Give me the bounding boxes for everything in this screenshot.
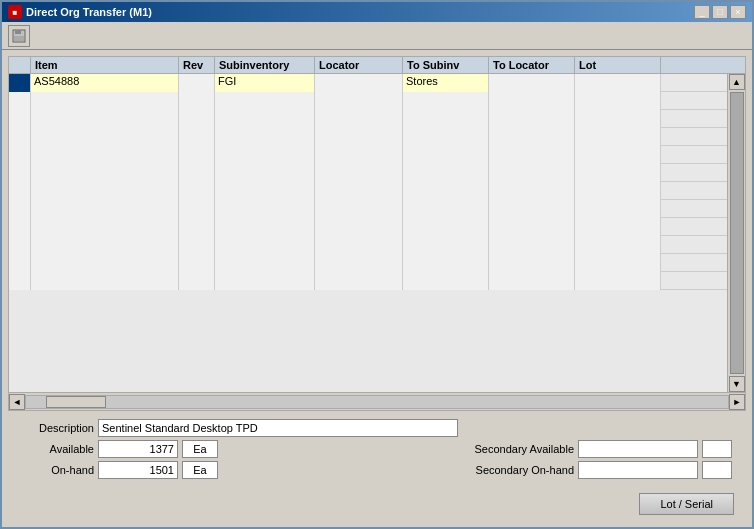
grid-cell-tosubinv[interactable] <box>403 254 489 272</box>
available-unit-input[interactable] <box>182 440 218 458</box>
grid-cell-locator[interactable] <box>315 218 403 236</box>
grid-cell-rev[interactable] <box>179 236 215 254</box>
row-check-cell[interactable] <box>9 110 31 128</box>
grid-cell-subinv[interactable] <box>215 200 315 218</box>
grid-cell-tolocator[interactable] <box>489 128 575 146</box>
grid-cell-subinv[interactable] <box>215 110 315 128</box>
grid-cell-item[interactable]: AS54888 <box>31 74 179 92</box>
table-row[interactable] <box>9 272 745 290</box>
grid-cell-subinv[interactable] <box>215 164 315 182</box>
grid-cell-tosubinv[interactable] <box>403 236 489 254</box>
grid-cell-locator[interactable] <box>315 254 403 272</box>
grid-cell-tosubinv[interactable] <box>403 272 489 290</box>
grid-cell-tosubinv[interactable] <box>403 92 489 110</box>
row-check-cell[interactable] <box>9 200 31 218</box>
grid-cell-lot[interactable] <box>575 236 661 254</box>
grid-cell-tosubinv[interactable] <box>403 146 489 164</box>
grid-cell-rev[interactable] <box>179 164 215 182</box>
maximize-button[interactable]: □ <box>712 5 728 19</box>
grid-cell-subinv[interactable]: FGI <box>215 74 315 92</box>
grid-cell-locator[interactable] <box>315 182 403 200</box>
table-row[interactable] <box>9 218 745 236</box>
scroll-down-button[interactable]: ▼ <box>729 376 745 392</box>
grid-cell-locator[interactable] <box>315 236 403 254</box>
grid-cell-lot[interactable] <box>575 164 661 182</box>
grid-cell-tolocator[interactable] <box>489 218 575 236</box>
grid-cell-lot[interactable] <box>575 254 661 272</box>
grid-cell-locator[interactable] <box>315 128 403 146</box>
sec-onhand-input[interactable] <box>578 461 698 479</box>
scroll-left-button[interactable]: ◄ <box>9 394 25 410</box>
grid-cell-tosubinv[interactable] <box>403 128 489 146</box>
sec-available-unit-input[interactable] <box>702 440 732 458</box>
grid-cell-lot[interactable] <box>575 182 661 200</box>
grid-cell-tosubinv[interactable] <box>403 164 489 182</box>
grid-cell-tosubinv[interactable] <box>403 218 489 236</box>
table-row[interactable] <box>9 182 745 200</box>
grid-cell-rev[interactable] <box>179 74 215 92</box>
grid-cell-locator[interactable] <box>315 110 403 128</box>
hscroll-thumb[interactable] <box>46 396 106 408</box>
grid-cell-item[interactable] <box>31 128 179 146</box>
grid-cell-tolocator[interactable] <box>489 74 575 92</box>
grid-cell-lot[interactable] <box>575 92 661 110</box>
row-check-cell[interactable] <box>9 74 31 92</box>
grid-cell-lot[interactable] <box>575 200 661 218</box>
grid-cell-locator[interactable] <box>315 92 403 110</box>
grid-cell-item[interactable] <box>31 164 179 182</box>
grid-cell-tolocator[interactable] <box>489 92 575 110</box>
grid-cell-rev[interactable] <box>179 92 215 110</box>
grid-cell-subinv[interactable] <box>215 182 315 200</box>
grid-cell-rev[interactable] <box>179 200 215 218</box>
grid-cell-rev[interactable] <box>179 272 215 290</box>
grid-cell-lot[interactable] <box>575 272 661 290</box>
row-check-cell[interactable] <box>9 128 31 146</box>
grid-cell-locator[interactable] <box>315 146 403 164</box>
grid-cell-rev[interactable] <box>179 254 215 272</box>
grid-cell-subinv[interactable] <box>215 92 315 110</box>
grid-cell-rev[interactable] <box>179 110 215 128</box>
grid-cell-item[interactable] <box>31 272 179 290</box>
save-button[interactable] <box>8 25 30 47</box>
grid-cell-tosubinv[interactable] <box>403 110 489 128</box>
grid-cell-subinv[interactable] <box>215 146 315 164</box>
grid-cell-tolocator[interactable] <box>489 236 575 254</box>
row-check-cell[interactable] <box>9 182 31 200</box>
grid-cell-lot[interactable] <box>575 146 661 164</box>
grid-cell-locator[interactable] <box>315 74 403 92</box>
grid-cell-lot[interactable] <box>575 74 661 92</box>
grid-cell-rev[interactable] <box>179 182 215 200</box>
grid-cell-lot[interactable] <box>575 110 661 128</box>
close-button[interactable]: × <box>730 5 746 19</box>
available-input[interactable] <box>98 440 178 458</box>
grid-cell-item[interactable] <box>31 182 179 200</box>
grid-cell-tolocator[interactable] <box>489 164 575 182</box>
grid-cell-item[interactable] <box>31 218 179 236</box>
scroll-up-button[interactable]: ▲ <box>729 74 745 90</box>
scroll-thumb[interactable] <box>730 92 744 374</box>
row-check-cell[interactable] <box>9 92 31 110</box>
table-row[interactable] <box>9 128 745 146</box>
grid-cell-lot[interactable] <box>575 218 661 236</box>
horizontal-scrollbar[interactable]: ◄ ► <box>9 392 745 410</box>
table-row[interactable] <box>9 236 745 254</box>
table-row[interactable] <box>9 164 745 182</box>
scroll-right-button[interactable]: ► <box>729 394 745 410</box>
table-row[interactable] <box>9 200 745 218</box>
grid-cell-item[interactable] <box>31 92 179 110</box>
lot-serial-button[interactable]: Lot / Serial <box>639 493 734 515</box>
table-row[interactable] <box>9 110 745 128</box>
grid-cell-subinv[interactable] <box>215 128 315 146</box>
grid-cell-subinv[interactable] <box>215 272 315 290</box>
grid-cell-item[interactable] <box>31 236 179 254</box>
grid-cell-tolocator[interactable] <box>489 146 575 164</box>
table-row[interactable] <box>9 92 745 110</box>
sec-onhand-unit-input[interactable] <box>702 461 732 479</box>
table-row[interactable]: AS54888FGIStores <box>9 74 745 92</box>
grid-cell-locator[interactable] <box>315 272 403 290</box>
vertical-scrollbar[interactable]: ▲ ▼ <box>727 74 745 392</box>
onhand-unit-input[interactable] <box>182 461 218 479</box>
grid-cell-tolocator[interactable] <box>489 254 575 272</box>
grid-cell-tosubinv[interactable]: Stores <box>403 74 489 92</box>
grid-cell-tolocator[interactable] <box>489 182 575 200</box>
